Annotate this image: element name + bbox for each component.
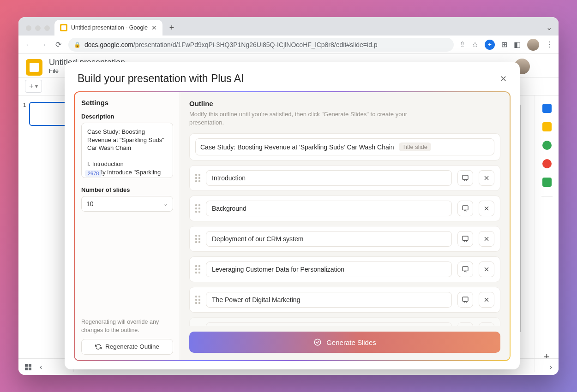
plus-extension-icon[interactable]: + bbox=[485, 40, 495, 50]
calendar-icon[interactable] bbox=[542, 104, 552, 113]
url-host: docs.google.com bbox=[84, 41, 133, 48]
description-label: Description bbox=[81, 113, 173, 120]
svg-rect-2 bbox=[463, 236, 468, 240]
svg-rect-4 bbox=[463, 297, 468, 301]
side-panel: + bbox=[535, 95, 559, 372]
title-slide-input[interactable]: Case Study: Boosting Revenue at 'Sparkli… bbox=[195, 138, 494, 155]
slides-favicon-icon bbox=[60, 24, 67, 31]
back-icon[interactable]: ← bbox=[24, 41, 33, 49]
settings-heading: Settings bbox=[81, 99, 173, 107]
delete-item-icon[interactable] bbox=[479, 201, 494, 216]
outline-item bbox=[189, 196, 500, 221]
generate-slides-button[interactable]: Generate Slides bbox=[189, 332, 500, 353]
address-bar[interactable]: 🔒 docs.google.com/presentation/d/1FwPd9x… bbox=[68, 38, 454, 52]
outline-item-input[interactable] bbox=[206, 201, 452, 216]
maps-icon[interactable] bbox=[542, 178, 552, 187]
svg-rect-3 bbox=[463, 267, 468, 271]
new-tab-button[interactable]: + bbox=[165, 21, 178, 34]
slides-count-value: 10 bbox=[86, 200, 94, 208]
outline-item bbox=[189, 165, 500, 191]
close-tab-icon[interactable]: ✕ bbox=[151, 24, 157, 31]
outline-subheading: Modify this outline until you're satisfi… bbox=[189, 110, 429, 127]
layout-icon[interactable] bbox=[457, 322, 473, 326]
slides-count-select[interactable]: 10 ⌄ bbox=[81, 196, 173, 212]
drag-handle-icon[interactable] bbox=[195, 296, 200, 304]
outline-item-input[interactable] bbox=[206, 170, 452, 186]
title-slide-text: Case Study: Boosting Revenue at 'Sparkli… bbox=[200, 143, 394, 151]
minimize-window-icon[interactable] bbox=[35, 25, 41, 31]
svg-rect-0 bbox=[463, 175, 468, 179]
kebab-menu-icon[interactable]: ⋮ bbox=[546, 40, 553, 49]
regenerate-note: Regenerating will override any changes t… bbox=[81, 318, 173, 334]
regenerate-outline-button[interactable]: Regenerate Outline bbox=[81, 339, 173, 355]
outline-item-input[interactable] bbox=[206, 292, 452, 308]
slide-thumbnail[interactable] bbox=[29, 102, 69, 126]
slides-app: Untitled presentation File + ▾ 1 bbox=[18, 54, 559, 375]
outline-item bbox=[189, 287, 500, 313]
layout-icon[interactable] bbox=[457, 292, 473, 308]
outline-list: Case Study: Boosting Revenue at 'Sparkli… bbox=[180, 133, 510, 326]
delete-item-icon[interactable] bbox=[479, 322, 494, 326]
title-slide-card: Case Study: Boosting Revenue at 'Sparkli… bbox=[189, 133, 500, 160]
plus-ai-modal: Build your presentation with Plus AI ✕ S… bbox=[65, 62, 520, 369]
tab-strip: Untitled presentation - Google ✕ + ⌄ bbox=[18, 17, 559, 36]
tasks-icon[interactable] bbox=[542, 141, 552, 150]
url-path: /presentation/d/1FwPd9xqPi-3HQ3P1Ng26Ui8… bbox=[133, 41, 378, 48]
lock-icon: 🔒 bbox=[74, 42, 81, 48]
filmstrip-next-icon[interactable]: › bbox=[550, 363, 552, 371]
tab-title: Untitled presentation - Google bbox=[71, 24, 148, 31]
toolbar-right: ⇪ ☆ + ⊞ ◧ ⋮ bbox=[459, 39, 553, 51]
delete-item-icon[interactable] bbox=[479, 261, 494, 277]
outline-item-input[interactable] bbox=[206, 261, 452, 277]
bookmark-icon[interactable]: ☆ bbox=[472, 40, 478, 49]
tab-overflow-icon[interactable]: ⌄ bbox=[546, 23, 552, 32]
char-count-badge: 2678 bbox=[85, 170, 102, 177]
window-controls[interactable] bbox=[26, 25, 50, 31]
maximize-window-icon[interactable] bbox=[44, 25, 50, 31]
delete-item-icon[interactable] bbox=[479, 170, 494, 186]
svg-rect-1 bbox=[463, 206, 468, 210]
browser-window: Untitled presentation - Google ✕ + ⌄ ← →… bbox=[18, 17, 559, 375]
keep-icon[interactable] bbox=[542, 122, 552, 131]
outline-item-input[interactable] bbox=[206, 231, 452, 247]
delete-item-icon[interactable] bbox=[479, 292, 494, 308]
grid-view-icon[interactable] bbox=[25, 364, 31, 370]
new-slide-button[interactable]: + ▾ bbox=[25, 80, 42, 93]
settings-panel: Settings Description 2678 Number of slid… bbox=[75, 92, 180, 360]
svg-point-6 bbox=[314, 339, 321, 345]
close-icon[interactable]: ✕ bbox=[500, 74, 507, 84]
slides-count-label: Number of slides bbox=[81, 186, 173, 193]
drag-handle-icon[interactable] bbox=[195, 204, 200, 213]
outline-item bbox=[189, 256, 500, 282]
side-panel-icon[interactable]: ◧ bbox=[514, 40, 521, 49]
layout-icon[interactable] bbox=[457, 170, 473, 186]
drag-handle-icon[interactable] bbox=[195, 265, 200, 273]
outline-item-input[interactable] bbox=[206, 322, 452, 326]
layout-icon[interactable] bbox=[457, 231, 473, 247]
thumbnail-number: 1 bbox=[23, 102, 26, 126]
drag-handle-icon[interactable] bbox=[195, 174, 200, 182]
menu-file[interactable]: File bbox=[49, 67, 59, 74]
reload-icon[interactable]: ⟳ bbox=[54, 40, 63, 49]
contacts-icon[interactable] bbox=[542, 159, 552, 168]
regenerate-outline-label: Regenerate Outline bbox=[105, 343, 159, 351]
forward-icon[interactable]: → bbox=[39, 41, 48, 49]
outline-panel: Outline Modify this outline until you're… bbox=[180, 92, 510, 360]
browser-toolbar: ← → ⟳ 🔒 docs.google.com/presentation/d/1… bbox=[18, 36, 559, 54]
outline-heading: Outline bbox=[189, 100, 500, 107]
profile-avatar[interactable] bbox=[527, 39, 539, 51]
close-window-icon[interactable] bbox=[26, 25, 31, 31]
refresh-icon bbox=[95, 344, 102, 350]
layout-icon[interactable] bbox=[457, 201, 473, 216]
drag-handle-icon[interactable] bbox=[195, 235, 200, 243]
extensions-icon[interactable]: ⊞ bbox=[501, 40, 507, 49]
layout-icon[interactable] bbox=[457, 261, 473, 277]
outline-item bbox=[189, 226, 500, 252]
browser-tab[interactable]: Untitled presentation - Google ✕ bbox=[54, 20, 162, 36]
modal-title: Build your presentation with Plus AI bbox=[78, 72, 244, 85]
check-circle-icon bbox=[313, 338, 322, 346]
delete-item-icon[interactable] bbox=[479, 231, 494, 247]
filmstrip-prev-icon[interactable]: ‹ bbox=[40, 363, 42, 371]
slides-logo-icon[interactable] bbox=[26, 59, 42, 76]
share-icon[interactable]: ⇪ bbox=[459, 40, 465, 49]
